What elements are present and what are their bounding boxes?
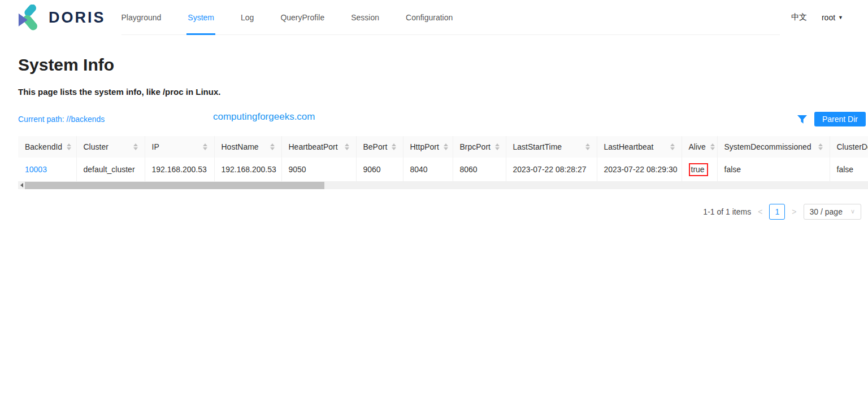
backend-id-link[interactable]: 10003 [25,165,47,174]
column-label: HostName [222,142,259,151]
sort-carets-icon[interactable] [670,143,675,150]
column-header-BePort[interactable]: BePort [356,136,403,158]
sort-carets-icon[interactable] [392,143,396,150]
page-description: This page lists the system info, like /p… [18,87,850,97]
page-size-select[interactable]: 30 / page ∨ [804,204,861,220]
topbar-right: 中文 root ▼ [780,12,868,23]
sort-carets-icon[interactable] [270,143,275,150]
page-content: System Info This page lists the system i… [0,55,868,220]
column-header-SystemDecommissioned[interactable]: SystemDecommissioned [717,136,830,158]
cell-Alive: true [682,158,717,181]
sort-carets-icon[interactable] [133,143,138,150]
cell-HostName: 192.168.200.53 [214,158,281,181]
parent-dir-button[interactable]: Parent Dir [814,112,866,126]
column-header-IP[interactable]: IP [145,136,214,158]
column-label: ClusterDecommissioned [837,142,868,151]
table-row: 10003default_cluster192.168.200.53192.16… [18,158,868,181]
cell-HttpPort: 8040 [403,158,453,181]
table-header-row: BackendIdClusterIPHostNameHeartbeatPortB… [18,136,868,158]
doris-logo-icon [17,5,43,30]
column-label: IP [152,142,159,151]
user-name: root [822,13,835,22]
sort-carets-icon[interactable] [818,143,823,150]
pagination-total: 1-1 of 1 items [703,207,751,216]
nav-tab-log[interactable]: Log [241,0,254,34]
column-header-BrpcPort[interactable]: BrpcPort [453,136,506,158]
next-page-button[interactable]: > [791,207,797,216]
column-header-HttpPort[interactable]: HttpPort [403,136,453,158]
column-header-HeartbeatPort[interactable]: HeartbeatPort [281,136,356,158]
sort-carets-icon[interactable] [495,143,500,150]
backends-table-wrap: BackendIdClusterIPHostNameHeartbeatPortB… [18,136,868,189]
page-size-value: 30 / page [810,207,843,216]
brand-name: DORIS [49,9,106,27]
main-nav: PlaygroundSystemLogQueryProfileSessionCo… [121,0,780,35]
column-label: BePort [363,142,388,151]
column-label: BrpcPort [460,142,491,151]
column-header-LastHeartbeat[interactable]: LastHeartbeat [597,136,682,158]
cell-BrpcPort: 8060 [453,158,506,181]
watermark-text: computingforgeeks.com [213,111,315,123]
column-header-HostName[interactable]: HostName [214,136,281,158]
horizontal-scrollbar[interactable] [18,182,868,189]
cell-BePort: 9060 [356,158,403,181]
cell-LastStartTime: 2023-07-22 08:28:27 [506,158,597,181]
sort-carets-icon[interactable] [203,143,207,150]
nav-tab-system[interactable]: System [188,0,214,34]
page-title: System Info [18,55,850,75]
cell-IP: 192.168.200.53 [145,158,214,181]
alive-value-highlighted: true [689,163,708,176]
path-toolbar: Current path: //backends computingforgee… [18,111,866,127]
column-header-Alive[interactable]: Alive [682,136,717,158]
column-label: HeartbeatPort [289,142,338,151]
pagination: 1-1 of 1 items < 1 > 30 / page ∨ [18,204,861,220]
nav-tab-configuration[interactable]: Configuration [406,0,453,34]
column-label: LastHeartbeat [604,142,654,151]
column-label: HttpPort [410,142,439,151]
doris-logo[interactable]: DORIS [17,5,106,30]
prev-page-button[interactable]: < [757,207,763,216]
user-menu[interactable]: root ▼ [822,13,843,22]
page-number-button[interactable]: 1 [769,204,785,220]
nav-tab-session[interactable]: Session [351,0,379,34]
cell-LastHeartbeat: 2023-07-22 08:29:30 [597,158,682,181]
column-header-Cluster[interactable]: Cluster [76,136,145,158]
select-chevron-down-icon: ∨ [850,208,855,215]
scroll-left-arrow-icon[interactable] [18,182,25,189]
sort-carets-icon[interactable] [710,143,715,150]
language-switch[interactable]: 中文 [791,12,807,23]
column-label: Alive [689,142,706,151]
user-caret-down-icon: ▼ [838,15,843,20]
column-header-BackendId[interactable]: BackendId [18,136,76,158]
column-label: BackendId [25,142,62,151]
sort-carets-icon[interactable] [444,143,448,150]
path-actions: Parent Dir [797,112,866,126]
filter-icon[interactable] [797,115,808,124]
backends-table: BackendIdClusterIPHostNameHeartbeatPortB… [18,136,868,182]
cell-HeartbeatPort: 9050 [281,158,356,181]
table-body: 10003default_cluster192.168.200.53192.16… [18,158,868,181]
sort-carets-icon[interactable] [67,143,71,150]
nav-tab-playground[interactable]: Playground [121,0,162,34]
cell-ClusterDecommissioned: false [830,158,868,181]
column-header-ClusterDecommissioned[interactable]: ClusterDecommissioned [830,136,868,158]
column-label: LastStartTime [513,142,562,151]
cell-SystemDecommissioned: false [717,158,830,181]
top-header: DORIS PlaygroundSystemLogQueryProfileSes… [0,0,868,35]
column-label: SystemDecommissioned [724,142,811,151]
cell-Cluster: default_cluster [76,158,145,181]
current-path-link[interactable]: Current path: //backends [18,115,105,124]
sort-carets-icon[interactable] [585,143,590,150]
scrollbar-thumb[interactable] [25,182,324,189]
sort-carets-icon[interactable] [345,143,349,150]
cell-BackendId: 10003 [18,158,76,181]
column-header-LastStartTime[interactable]: LastStartTime [506,136,597,158]
nav-tab-queryprofile[interactable]: QueryProfile [280,0,324,34]
column-label: Cluster [84,142,108,151]
